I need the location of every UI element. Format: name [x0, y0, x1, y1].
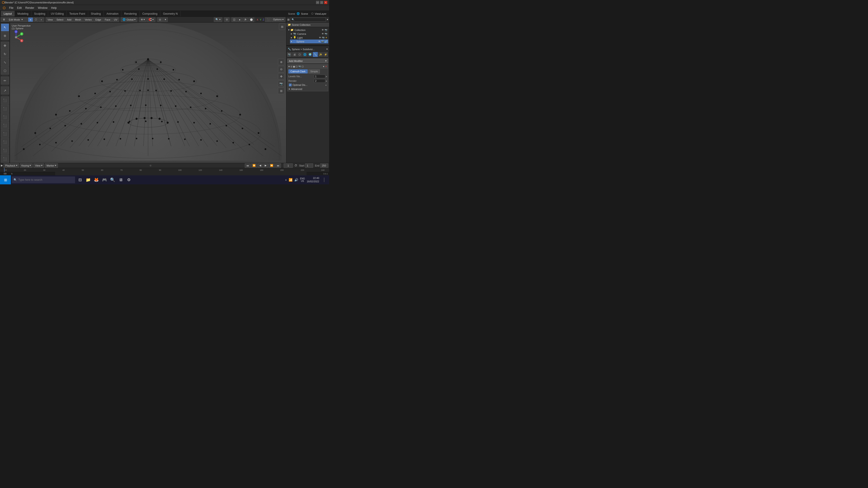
jump-start-btn[interactable]: ⏮ — [245, 163, 250, 168]
hierarchy-camera[interactable]: ▸ 📷 Camera 👁 📷 — [290, 32, 328, 36]
tab-modeling[interactable]: Modeling — [15, 11, 31, 17]
end-frame-input[interactable]: 250 — [320, 163, 328, 168]
add-menu-btn[interactable]: Add — [65, 18, 73, 22]
world-tab[interactable]: 🌍 — [308, 52, 313, 57]
playback-dropdown[interactable]: Playback ▾ — [4, 163, 19, 168]
taskbar-monitor-icon[interactable]: 🖥 — [117, 175, 125, 184]
add-extrude-tool[interactable]: ⬛ — [1, 105, 9, 113]
outliner-search[interactable]: 🔍 — [290, 18, 326, 22]
taskbar-search-input[interactable] — [18, 178, 73, 182]
taskbar-firefox-icon[interactable]: 🦊 — [92, 175, 100, 184]
catmull-clark-btn[interactable]: Catmull-Clark — [288, 69, 308, 73]
light-view-icon[interactable]: 👁 — [319, 36, 321, 39]
play-btn[interactable]: ▶ — [263, 163, 268, 168]
simple-btn[interactable]: Simple — [308, 69, 320, 73]
face-mode-btn[interactable]: ▪ — [39, 18, 44, 22]
maximize-button[interactable]: □ — [320, 1, 323, 4]
viewport-gizmo[interactable]: Z Y X — [10, 29, 24, 45]
add-knife-tool[interactable]: ⬛ — [1, 130, 9, 138]
scale-tool[interactable]: ⤡ — [1, 59, 9, 66]
add-poly-tool[interactable]: ⬛ — [1, 138, 9, 146]
menu-render[interactable]: Render — [24, 5, 36, 11]
uv-menu-btn[interactable]: UV — [112, 18, 119, 22]
hierarchy-collection[interactable]: ▾ 📁 Collection 👁 📷 — [287, 28, 328, 32]
edge-mode-btn[interactable]: ⬡ — [33, 18, 38, 22]
collection-render-icon[interactable]: 📷 — [324, 29, 327, 31]
mesh-menu-btn[interactable]: Mesh — [73, 18, 83, 22]
modifier-close-icon[interactable]: ✕ — [325, 65, 327, 68]
zoom-in-btn[interactable]: ⊕ — [278, 59, 284, 65]
snap-dropdown[interactable]: 🧲 ▾ — [147, 18, 155, 22]
add-cube-tool[interactable]: ⬛ — [1, 96, 9, 104]
minimize-button[interactable]: — — [316, 1, 319, 4]
rotate-tool[interactable]: ↻ — [1, 50, 9, 58]
volume-icon[interactable]: 🔊 — [294, 178, 298, 182]
pan-btn[interactable]: ✥ — [278, 73, 284, 79]
select-menu-btn[interactable]: Select — [55, 18, 65, 22]
hierarchy-sphere[interactable]: ▸ ⬡ Sphere 👁 📷 🔗 — [290, 39, 328, 43]
camera-view-btn[interactable]: 📷 — [278, 80, 284, 87]
editor-type-dropdown[interactable]: ⊞ — [1, 18, 7, 22]
outliner-search-input[interactable] — [295, 18, 325, 21]
tab-geometry-nodes[interactable]: Geometry N — [160, 11, 181, 17]
select-tool[interactable]: ↖ — [1, 24, 9, 31]
tab-texture-paint[interactable]: Texture Paint — [67, 11, 88, 17]
viewport-shading-options[interactable]: 🔍 ▾ — [214, 18, 222, 22]
proportional-btn[interactable]: ◎ — [157, 18, 163, 22]
vertex-mode-btn[interactable]: ● — [28, 18, 33, 22]
view-dropdown[interactable]: View ▾ — [33, 163, 44, 168]
show-desktop-btn[interactable] — [321, 175, 327, 184]
taskbar-settings-icon[interactable]: ⚙ — [125, 175, 133, 184]
collection-view-icon[interactable]: 👁 — [322, 29, 324, 31]
proportional-options-btn[interactable]: ▾ — [163, 18, 168, 22]
modifier-collapse-icon[interactable]: ▾ — [288, 65, 290, 68]
grid-view-btn[interactable]: ⊞ — [278, 88, 284, 94]
move-tool[interactable]: ✥ — [1, 42, 9, 50]
taskbar-search-bar[interactable]: 🔍 — [12, 176, 75, 183]
add-modifier-button[interactable]: Add Modifier ▾ — [287, 59, 328, 63]
taskbar-search2-icon[interactable]: 🔍 — [108, 175, 117, 184]
step-forward-btn[interactable]: ⏩ — [269, 163, 275, 168]
zoom-out-btn[interactable]: ⊖ — [278, 66, 284, 72]
modifier-extra-icon[interactable]: ▾ — [323, 65, 324, 68]
scene-tab[interactable]: 🌐 — [303, 52, 307, 57]
menu-window[interactable]: Window — [36, 5, 49, 11]
sphere-view-icon[interactable]: 👁 — [318, 40, 320, 43]
axis-btn[interactable]: ⬛ — [265, 18, 271, 22]
transform-tool[interactable]: ⬡ — [1, 67, 9, 74]
face-menu-btn[interactable]: Face — [103, 18, 112, 22]
menu-edit[interactable]: Edit — [15, 5, 24, 11]
viewport-overlay-btn[interactable]: ⊙ — [224, 18, 229, 22]
transform-orientation-dropdown[interactable]: 🌐 Global ▾ — [121, 18, 137, 22]
add-loop-tool[interactable]: ⬛ — [1, 122, 9, 129]
close-button[interactable]: ✕ — [324, 1, 327, 4]
menu-help[interactable]: Help — [49, 5, 59, 11]
language-display[interactable]: ENG US — [300, 177, 305, 182]
tab-layout[interactable]: Layout — [1, 11, 15, 17]
edge-menu-btn[interactable]: Edge — [94, 18, 103, 22]
advanced-row[interactable]: ▸ Advanced — [287, 87, 328, 91]
tab-sculpting[interactable]: Sculpting — [31, 11, 48, 17]
start-button[interactable]: ⊞ — [0, 175, 11, 184]
network-icon[interactable]: 📶 — [289, 178, 292, 182]
add-spin-tool[interactable]: ⬛ — [1, 147, 9, 154]
tab-shading[interactable]: Shading — [88, 11, 104, 17]
jump-end-btn[interactable]: ⏭ — [275, 163, 281, 168]
view-layer-tab[interactable]: ⬡ — [297, 52, 302, 57]
optimal-display-checkbox[interactable]: ✓ — [289, 84, 291, 86]
levels-viewport-input[interactable] — [314, 74, 325, 78]
solid-btn[interactable]: ● — [237, 18, 242, 22]
viewport-3d[interactable]: User Perspective (1) Sphere ⊞ Z Y X ⊕ ⊖ … — [10, 23, 286, 172]
step-back-btn[interactable]: ⏪ — [251, 163, 257, 168]
render-input[interactable] — [314, 79, 325, 83]
hierarchy-light[interactable]: ▸ 💡 Light 👁 📷 ☀ — [290, 36, 328, 39]
cursor-tool[interactable]: ⊕ — [1, 32, 9, 40]
grid-btn[interactable]: ⊞ — [279, 24, 285, 30]
filter-icon[interactable]: ▾ — [327, 18, 328, 21]
vertex-menu-btn[interactable]: Vertex — [83, 18, 93, 22]
taskbar-explorer-icon[interactable]: 📁 — [84, 175, 92, 184]
view-menu-btn[interactable]: View — [46, 18, 55, 22]
camera-render-icon[interactable]: 📷 — [324, 33, 327, 35]
blender-menu-icon[interactable]: ⬡ — [1, 5, 7, 11]
sphere-render-icon[interactable]: 📷 — [321, 40, 324, 43]
